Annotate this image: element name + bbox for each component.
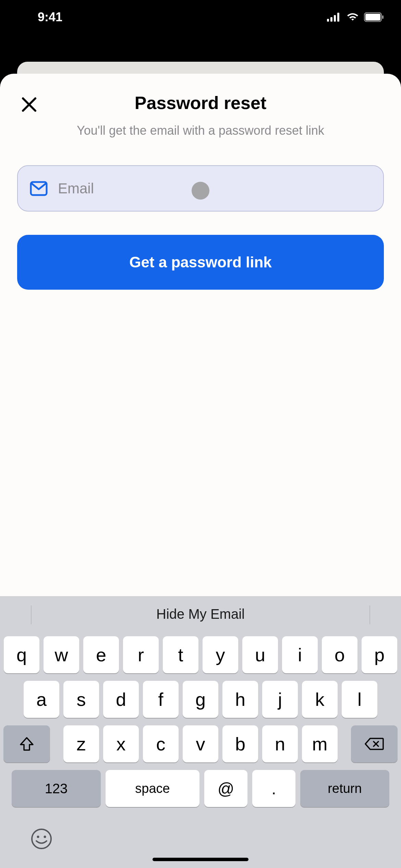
key-l[interactable]: l	[342, 681, 377, 718]
keyboard-bottom	[0, 815, 401, 854]
key-j[interactable]: j	[262, 681, 298, 718]
key-y[interactable]: y	[203, 636, 238, 673]
key-t[interactable]: t	[163, 636, 198, 673]
key-numbers[interactable]: 123	[12, 770, 101, 807]
key-q[interactable]: q	[4, 636, 39, 673]
svg-point-12	[32, 829, 51, 848]
home-indicator[interactable]	[153, 858, 248, 861]
status-bar: 9:41	[0, 0, 401, 34]
status-time: 9:41	[17, 10, 62, 24]
key-b[interactable]: b	[222, 725, 258, 762]
keyboard-row-1: q w e r t y u i o p	[3, 636, 398, 673]
battery-icon	[364, 12, 384, 22]
emoji-button[interactable]	[31, 828, 52, 854]
key-r[interactable]: r	[123, 636, 159, 673]
key-s[interactable]: s	[63, 681, 99, 718]
mail-icon	[30, 181, 48, 196]
keyboard: Hide My Email q w e r t y u i o p a s d	[0, 596, 401, 868]
keyboard-suggestion[interactable]: Hide My Email	[156, 606, 245, 622]
svg-rect-1	[330, 17, 332, 22]
page-title: Password reset	[0, 93, 401, 113]
svg-rect-0	[327, 19, 329, 22]
close-icon	[21, 96, 37, 113]
modal-header: Password reset	[0, 74, 401, 113]
key-dot[interactable]: .	[252, 770, 295, 807]
key-z[interactable]: z	[63, 725, 99, 762]
emoji-icon	[31, 828, 52, 849]
key-f[interactable]: f	[143, 681, 179, 718]
keyboard-row-3: z x c v b n m	[3, 725, 398, 762]
key-space[interactable]: space	[106, 770, 199, 807]
key-c[interactable]: c	[143, 725, 179, 762]
key-backspace[interactable]	[351, 725, 398, 762]
touch-indicator	[192, 182, 209, 200]
svg-point-13	[37, 836, 39, 838]
svg-rect-2	[334, 15, 336, 22]
submit-button[interactable]: Get a password link	[17, 235, 384, 290]
close-button[interactable]	[19, 94, 39, 115]
key-x[interactable]: x	[103, 725, 139, 762]
key-i[interactable]: i	[282, 636, 318, 673]
key-g[interactable]: g	[183, 681, 218, 718]
key-w[interactable]: w	[44, 636, 79, 673]
key-a[interactable]: a	[24, 681, 59, 718]
keyboard-suggestion-bar: Hide My Email	[0, 596, 401, 632]
shift-icon	[19, 736, 34, 751]
key-u[interactable]: u	[242, 636, 278, 673]
email-field[interactable]	[58, 180, 371, 197]
svg-rect-3	[337, 13, 339, 22]
key-o[interactable]: o	[322, 636, 357, 673]
backspace-icon	[365, 737, 384, 751]
keyboard-rows: q w e r t y u i o p a s d f g h j k	[0, 632, 401, 807]
svg-rect-5	[365, 14, 380, 21]
key-e[interactable]: e	[83, 636, 119, 673]
key-n[interactable]: n	[262, 725, 298, 762]
subtitle: You'll get the email with a password res…	[0, 123, 401, 138]
wifi-icon	[346, 12, 359, 22]
email-input-wrapper[interactable]	[17, 165, 384, 212]
key-at[interactable]: @	[204, 770, 247, 807]
status-right-icons	[327, 12, 384, 22]
keyboard-row-4: 123 space @ . return	[3, 770, 398, 807]
key-shift[interactable]	[3, 725, 50, 762]
keyboard-row-2: a s d f g h j k l	[3, 681, 398, 718]
key-d[interactable]: d	[103, 681, 139, 718]
svg-rect-6	[382, 15, 384, 19]
cellular-icon	[327, 13, 341, 22]
key-h[interactable]: h	[222, 681, 258, 718]
key-p[interactable]: p	[362, 636, 397, 673]
key-k[interactable]: k	[302, 681, 338, 718]
key-v[interactable]: v	[183, 725, 218, 762]
modal-sheet: Password reset You'll get the email with…	[0, 74, 401, 868]
key-m[interactable]: m	[302, 725, 338, 762]
key-return[interactable]: return	[300, 770, 389, 807]
svg-point-14	[44, 836, 46, 838]
